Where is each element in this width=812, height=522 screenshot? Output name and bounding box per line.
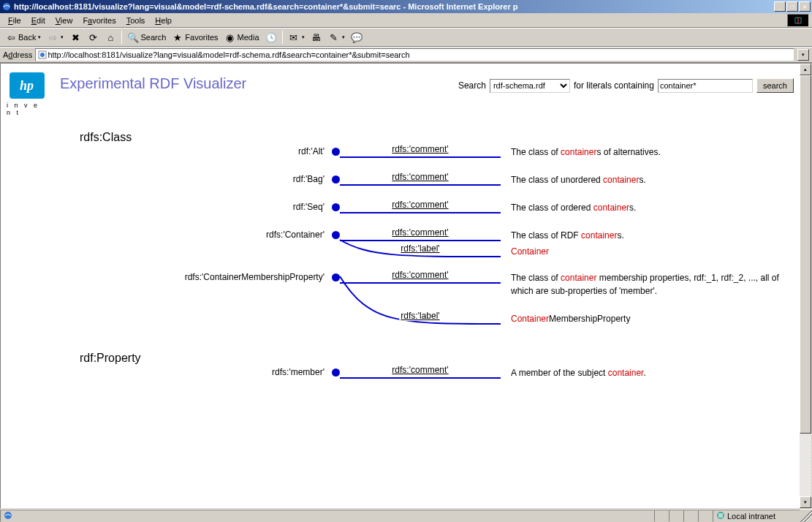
home-icon: ⌂: [105, 31, 116, 43]
menu-view[interactable]: View: [50, 15, 78, 26]
back-button[interactable]: ⇦Back▾: [3, 30, 43, 45]
ie-throbber-icon: [787, 14, 809, 27]
ie-app-icon: [1, 1, 12, 12]
mail-icon: ✉: [288, 31, 300, 43]
menu-edit[interactable]: Edit: [26, 15, 50, 26]
close-button[interactable]: ✕: [799, 1, 811, 12]
stop-icon: ✖: [69, 31, 81, 43]
chevron-down-icon: ▾: [342, 34, 345, 40]
page-icon: [37, 50, 48, 60]
edit-button[interactable]: ✎▾: [326, 30, 347, 45]
home-button[interactable]: ⌂: [102, 30, 118, 45]
print-button[interactable]: 🖶: [308, 30, 325, 45]
address-label: Address: [3, 50, 32, 59]
svg-point-3: [40, 53, 45, 57]
forward-arrow-icon: ⇨: [47, 31, 58, 43]
menubar: File Edit View Favorites Tools Help: [0, 13, 812, 28]
chevron-down-icon: ▾: [61, 34, 64, 40]
menu-help[interactable]: Help: [150, 15, 177, 26]
print-icon: 🖶: [311, 31, 322, 43]
search-icon: 🔍: [127, 31, 139, 43]
chevron-down-icon: ▾: [302, 34, 305, 40]
media-icon: ◉: [224, 31, 236, 43]
toolbar-separator: [282, 31, 283, 44]
history-icon: 🕓: [265, 31, 277, 43]
favorites-icon: ★: [172, 31, 183, 43]
media-button[interactable]: ◉Media: [222, 30, 262, 45]
discuss-icon: 💬: [351, 31, 363, 43]
minimize-button[interactable]: _: [774, 1, 786, 12]
chevron-down-icon: ▾: [38, 34, 41, 40]
edit-icon: ✎: [328, 31, 340, 43]
address-input[interactable]: [48, 50, 792, 59]
menu-file[interactable]: File: [3, 15, 26, 26]
menu-favorites[interactable]: Favorites: [77, 15, 121, 26]
stop-button[interactable]: ✖: [67, 30, 83, 45]
forward-button[interactable]: ⇨▾: [45, 30, 66, 45]
refresh-button[interactable]: ⟳: [85, 30, 101, 45]
toolbar-separator: [121, 31, 122, 44]
search-button[interactable]: 🔍Search: [125, 30, 168, 45]
address-field-wrapper: [35, 48, 794, 61]
address-dropdown-button[interactable]: ▾: [797, 49, 809, 61]
window-title: http://localhost:8181/visualize?lang=vis…: [14, 2, 774, 11]
menu-tools[interactable]: Tools: [121, 15, 151, 26]
favorites-button[interactable]: ★Favorites: [170, 30, 220, 45]
back-arrow-icon: ⇦: [5, 31, 17, 43]
history-button[interactable]: 🕓: [263, 30, 279, 45]
toolbar: ⇦Back▾ ⇨▾ ✖ ⟳ ⌂ 🔍Search ★Favorites ◉Medi…: [0, 28, 812, 47]
maximize-button[interactable]: ❐: [786, 1, 798, 12]
addressbar: Address ▾: [0, 47, 812, 63]
titlebar: http://localhost:8181/visualize?lang=vis…: [0, 0, 812, 13]
mail-button[interactable]: ✉▾: [286, 30, 307, 45]
discuss-button[interactable]: 💬: [349, 30, 365, 45]
refresh-icon: ⟳: [87, 31, 99, 43]
